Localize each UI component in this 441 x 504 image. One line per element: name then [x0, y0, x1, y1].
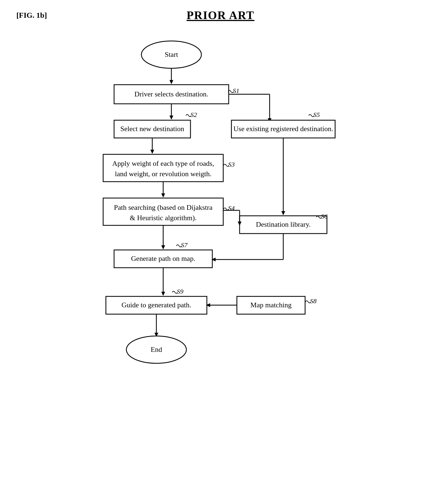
- svg-marker-12: [150, 150, 154, 154]
- s8-text: Map matching: [251, 301, 292, 309]
- diagram-container: Start Driver selects destination. S1 S2 …: [84, 33, 357, 492]
- s4-text-1: Path searching (based on Dijakstra: [114, 204, 212, 211]
- s3-text-1: Apply weight of each type of roads,: [112, 160, 214, 167]
- end-label: End: [151, 346, 162, 353]
- s2-label: S2: [190, 111, 197, 118]
- s7-text: Generate path on map.: [131, 255, 195, 263]
- s4-text-2: & Heuristic algorithm).: [130, 214, 197, 222]
- svg-marker-5: [169, 116, 173, 120]
- s3-label: S3: [228, 161, 235, 168]
- page-label: [FIG. 1b]: [16, 11, 47, 20]
- page-title: PRIOR ART: [187, 9, 255, 22]
- svg-marker-2: [169, 80, 173, 84]
- s2-text: Select new destination: [120, 125, 184, 133]
- s5-text: Use existing registered destination.: [233, 125, 333, 133]
- s6-text: Destination library.: [256, 220, 311, 228]
- svg-marker-18: [281, 211, 285, 215]
- svg-marker-15: [161, 193, 165, 198]
- s5-label: S5: [313, 111, 320, 118]
- svg-marker-24: [161, 245, 165, 249]
- s6-label: S6: [321, 213, 327, 220]
- s9-text: Guide to generated path.: [121, 301, 191, 309]
- s1-text: Driver selects destination.: [135, 90, 208, 98]
- s9-label: S9: [177, 288, 183, 295]
- s7-label: S7: [181, 241, 188, 249]
- s3-text-2: land weight, or revolution weigth.: [115, 170, 211, 178]
- s1-label: S1: [233, 87, 239, 94]
- svg-marker-30: [161, 292, 165, 296]
- start-label: Start: [165, 51, 178, 58]
- s8-label: S8: [310, 297, 317, 305]
